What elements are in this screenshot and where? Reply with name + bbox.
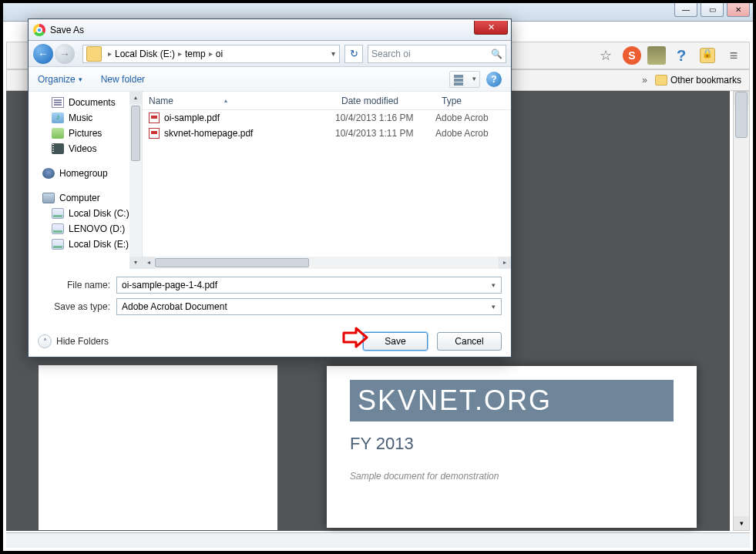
breadcrumb-dropdown-icon[interactable]: ▾ — [327, 49, 339, 58]
save-as-dialog: Save As ✕ ← → ▸ Local Disk (E:) ▸ temp ▸… — [28, 18, 512, 358]
file-date: 10/4/2013 1:16 PM — [335, 112, 435, 123]
tree-music[interactable]: Music — [29, 110, 142, 126]
cancel-button[interactable]: Cancel — [437, 332, 502, 351]
search-placeholder: Search oi — [371, 49, 411, 59]
filename-input[interactable]: oi-sample-page-1-4.pdf ▾ — [116, 277, 502, 294]
scroll-thumb[interactable] — [131, 106, 140, 161]
dialog-titlebar[interactable]: Save As ✕ — [29, 19, 511, 41]
minimize-button[interactable]: — — [674, 3, 697, 17]
videos-icon — [52, 143, 64, 154]
tree-computer[interactable]: Computer — [29, 190, 142, 206]
nav-forward-button[interactable]: → — [55, 44, 75, 64]
tree-documents[interactable]: Documents — [29, 95, 142, 110]
doc-caption: Sample document for demonstration — [350, 471, 674, 482]
help-button[interactable]: ? — [486, 72, 502, 87]
col-name-header[interactable]: Name▴ — [143, 96, 335, 106]
doc-subtitle: FY 2013 — [350, 434, 674, 454]
dialog-title: Save As — [50, 25, 84, 35]
drive-icon — [52, 239, 64, 250]
nav-back-button[interactable]: ← — [33, 44, 53, 64]
breadcrumb[interactable]: ▸ Local Disk (E:) ▸ temp ▸ oi ▾ — [82, 45, 340, 63]
tree-scrollbar[interactable]: ▴ ▾ — [129, 92, 142, 269]
sort-asc-icon: ▴ — [224, 97, 227, 104]
chevron-down-icon: ▾ — [79, 76, 82, 83]
drive-icon — [52, 223, 64, 234]
chevron-up-icon: ˄ — [38, 334, 52, 348]
chevron-down-icon[interactable]: ▾ — [487, 301, 499, 313]
saveastype-value: Adobe Acrobat Document — [122, 301, 227, 312]
scroll-left-icon[interactable]: ◂ — [143, 257, 155, 269]
search-input[interactable]: Search oi 🔍 — [368, 45, 506, 63]
bookmark-star-icon[interactable]: ☆ — [595, 45, 617, 66]
saveastype-select[interactable]: Adobe Acrobat Document ▾ — [116, 298, 502, 315]
document-icon — [52, 97, 64, 108]
tree-videos[interactable]: Videos — [29, 141, 142, 156]
tree-drive-d[interactable]: LENOVO (D:) — [29, 221, 142, 237]
tree-drive-e[interactable]: Local Disk (E:) — [29, 237, 142, 252]
chrome-icon — [33, 24, 45, 36]
pictures-icon — [52, 128, 64, 139]
crumb-oi[interactable]: oi — [216, 49, 223, 59]
drive-icon — [52, 208, 64, 219]
crumb-drive[interactable]: Local Disk (E:) — [115, 49, 175, 59]
filename-value: oi-sample-page-1-4.pdf — [122, 280, 217, 290]
chevron-down-icon: ▾ — [472, 75, 476, 82]
col-type-header[interactable]: Type — [435, 96, 511, 106]
dialog-footer: ˄ Hide Folders Save Cancel — [29, 324, 511, 360]
col-date-header[interactable]: Date modified — [335, 96, 435, 106]
statusbar — [6, 532, 750, 548]
file-name: skvnet-homepage.pdf — [164, 128, 253, 139]
chrome-menu-icon[interactable]: ≡ — [723, 45, 744, 66]
dialog-close-button[interactable]: ✕ — [474, 21, 508, 35]
chevron-right-icon[interactable]: ▸ — [209, 49, 213, 58]
file-type: Adobe Acrob — [435, 128, 511, 139]
chevron-down-icon[interactable]: ▾ — [487, 279, 499, 291]
tree-drive-c[interactable]: Local Disk (C:) — [29, 206, 142, 221]
drive-icon — [86, 46, 102, 62]
file-type: Adobe Acrob — [435, 112, 511, 123]
organize-menu[interactable]: Organize▾ — [38, 74, 82, 85]
tree-homegroup[interactable]: Homegroup — [29, 166, 142, 181]
search-icon: 🔍 — [491, 49, 502, 59]
chevron-right-icon[interactable]: ▸ — [108, 49, 112, 58]
other-bookmarks-button[interactable]: Other bookmarks — [655, 75, 741, 86]
dialog-toolbar: Organize▾ New folder ▾ ? — [29, 67, 511, 92]
dialog-fields: File name: oi-sample-page-1-4.pdf ▾ Save… — [29, 269, 511, 324]
scroll-right-icon[interactable]: ▸ — [499, 257, 511, 269]
chevron-right-icon[interactable]: ▸ — [178, 49, 182, 58]
scroll-thumb[interactable] — [155, 258, 309, 267]
file-row[interactable]: oi-sample.pdf 10/4/2013 1:16 PM Adobe Ac… — [143, 110, 511, 126]
save-button[interactable]: Save — [363, 332, 428, 351]
new-folder-button[interactable]: New folder — [101, 74, 145, 85]
scroll-down-icon[interactable]: ▾ — [129, 257, 142, 269]
vertical-scrollbar[interactable]: ▴ ▾ — [733, 91, 750, 531]
dialog-nav-bar: ← → ▸ Local Disk (E:) ▸ temp ▸ oi ▾ ↻ Se… — [29, 41, 511, 67]
pdf-file-icon — [149, 128, 160, 139]
folder-tree: Documents Music Pictures Videos Homegrou… — [29, 92, 143, 269]
hide-folders-button[interactable]: ˄ Hide Folders — [38, 334, 109, 348]
homegroup-icon — [42, 168, 55, 179]
extension-icon[interactable] — [647, 46, 666, 65]
stumbleupon-icon[interactable]: S — [621, 45, 643, 66]
computer-icon — [42, 193, 55, 203]
file-row[interactable]: skvnet-homepage.pdf 10/4/2013 1:11 PM Ad… — [143, 126, 511, 141]
close-button[interactable]: ✕ — [727, 3, 750, 17]
crumb-temp[interactable]: temp — [185, 49, 206, 59]
document-preview: SKVNET.ORG FY 2013 Sample document for d… — [327, 366, 697, 528]
scroll-up-icon[interactable]: ▴ — [129, 92, 142, 104]
bookmark-overflow-icon[interactable]: » — [642, 75, 647, 86]
refresh-button[interactable]: ↻ — [344, 45, 363, 63]
filename-label: File name: — [38, 280, 110, 290]
column-headers: Name▴ Date modified Type — [143, 92, 511, 110]
view-mode-button[interactable]: ▾ — [449, 71, 480, 88]
maximize-button[interactable]: ▭ — [701, 3, 724, 17]
callout-arrow-icon — [342, 327, 368, 351]
lock-extension-icon[interactable]: 🔒 — [697, 45, 718, 66]
scroll-thumb[interactable] — [735, 92, 748, 138]
folder-icon — [655, 75, 667, 86]
tree-pictures[interactable]: Pictures — [29, 126, 142, 141]
scroll-down-icon[interactable]: ▾ — [734, 516, 749, 530]
help-extension-icon[interactable]: ? — [670, 45, 692, 66]
horizontal-scrollbar[interactable]: ◂ ▸ — [143, 257, 511, 269]
doc-title-banner: SKVNET.ORG — [350, 380, 674, 421]
